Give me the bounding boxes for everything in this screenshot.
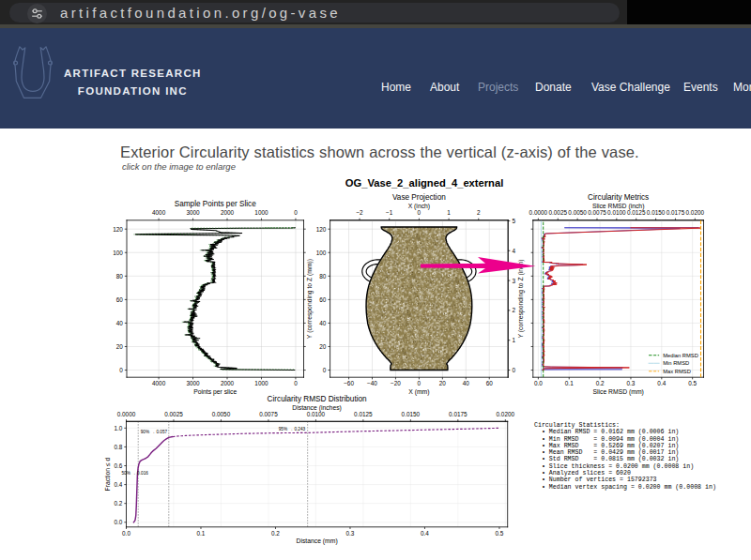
svg-text:0.8: 0.8 xyxy=(114,444,122,450)
svg-text:100: 100 xyxy=(316,250,327,256)
svg-text:60: 60 xyxy=(319,296,327,303)
svg-text:0.0125: 0.0125 xyxy=(627,209,646,216)
svg-text:0.5: 0.5 xyxy=(688,380,697,386)
svg-text:4000: 4000 xyxy=(152,380,166,386)
svg-text:0.0: 0.0 xyxy=(114,519,122,525)
svg-text:−20: −20 xyxy=(391,380,401,386)
svg-text:40: 40 xyxy=(463,380,470,386)
svg-text:2: 2 xyxy=(477,209,481,216)
svg-text:0.3: 0.3 xyxy=(627,380,636,386)
svg-text:0.4: 0.4 xyxy=(421,530,429,537)
svg-text:60: 60 xyxy=(116,296,124,303)
svg-text:Sample Points per Slice: Sample Points per Slice xyxy=(175,200,256,208)
svg-text:0.1: 0.1 xyxy=(197,530,206,537)
svg-text:0: 0 xyxy=(119,367,123,373)
svg-text:Min RMSD: Min RMSD xyxy=(663,360,689,366)
svg-text:60: 60 xyxy=(486,380,494,386)
svg-text:• Min RMSD = 0.0094 mm (0.0: • Min RMSD = 0.0094 mm (0.0004 in) xyxy=(534,436,679,443)
svg-text:120: 120 xyxy=(316,226,327,233)
svg-text:2000: 2000 xyxy=(221,380,235,386)
svg-text:0.0125: 0.0125 xyxy=(354,411,373,417)
svg-text:Y (corresponding to Z (mm)): Y (corresponding to Z (mm)) xyxy=(306,259,314,339)
svg-text:3000: 3000 xyxy=(186,209,200,216)
svg-text:2000: 2000 xyxy=(221,209,235,216)
svg-text:40: 40 xyxy=(319,320,327,326)
svg-text:• Number of vertices = 1579237: • Number of vertices = 15792373 xyxy=(534,477,657,483)
svg-text:0.0050: 0.0050 xyxy=(568,209,587,216)
svg-text:Circularity Statistics:: Circularity Statistics: xyxy=(534,422,620,429)
svg-text:Fraction ≤ d: Fraction ≤ d xyxy=(104,457,111,491)
svg-text:0.1: 0.1 xyxy=(565,380,574,386)
svg-text:0.2: 0.2 xyxy=(114,500,122,507)
svg-text:Max RMSD: Max RMSD xyxy=(663,369,691,374)
svg-text:Distance (mm): Distance (mm) xyxy=(297,537,338,545)
svg-text:90% → 0.057: 90% → 0.057 xyxy=(141,430,168,434)
svg-text:0.4: 0.4 xyxy=(657,380,666,386)
svg-text:Distance (inches): Distance (inches) xyxy=(292,404,342,412)
svg-text:0.0175: 0.0175 xyxy=(449,411,467,417)
svg-text:0.6: 0.6 xyxy=(114,462,122,469)
svg-text:95% → 0.243: 95% → 0.243 xyxy=(279,427,306,431)
svg-text:0.0025: 0.0025 xyxy=(548,209,567,216)
svg-text:80: 80 xyxy=(319,273,327,280)
svg-text:0.0000: 0.0000 xyxy=(529,209,548,216)
svg-text:• Median vertex spacing = 0.02: • Median vertex spacing = 0.0200 mm (0.0… xyxy=(534,484,716,491)
svg-text:120: 120 xyxy=(113,226,123,233)
svg-text:0.0050: 0.0050 xyxy=(212,411,231,417)
svg-text:0.2: 0.2 xyxy=(596,380,605,386)
svg-text:0.5: 0.5 xyxy=(496,530,504,537)
svg-text:−2: −2 xyxy=(356,209,363,216)
svg-text:1.0: 1.0 xyxy=(114,425,122,431)
svg-text:Median RMSD: Median RMSD xyxy=(663,353,698,358)
svg-text:2: 2 xyxy=(512,307,515,313)
svg-text:0.0200: 0.0200 xyxy=(497,411,515,417)
svg-text:0.0100: 0.0100 xyxy=(307,411,326,417)
svg-text:Points per slice: Points per slice xyxy=(193,388,237,396)
svg-text:40: 40 xyxy=(116,320,124,326)
svg-text:50% → 0.016: 50% → 0.016 xyxy=(121,471,148,476)
svg-text:0.4: 0.4 xyxy=(114,481,122,488)
svg-text:OG_Vase_2_aligned_4_external: OG_Vase_2_aligned_4_external xyxy=(345,177,504,189)
svg-text:4: 4 xyxy=(512,248,515,254)
svg-text:• Analyzed slices = 6020: • Analyzed slices = 6020 xyxy=(534,470,631,477)
svg-text:1: 1 xyxy=(447,209,451,216)
svg-text:0.0100: 0.0100 xyxy=(607,209,626,216)
svg-text:0.0200: 0.0200 xyxy=(686,209,705,216)
svg-text:0.0: 0.0 xyxy=(534,380,543,386)
svg-text:0.0075: 0.0075 xyxy=(588,209,606,216)
svg-text:Vase Projection: Vase Projection xyxy=(392,193,446,202)
svg-text:20: 20 xyxy=(116,343,124,350)
svg-text:3000: 3000 xyxy=(186,380,200,386)
svg-text:20: 20 xyxy=(439,380,447,386)
svg-text:0.0075: 0.0075 xyxy=(259,411,278,417)
svg-text:3: 3 xyxy=(512,278,515,284)
svg-text:1000: 1000 xyxy=(254,380,268,386)
svg-text:0.0150: 0.0150 xyxy=(402,411,421,417)
svg-text:• Max RMSD = 0.5269 mm (0.0: • Max RMSD = 0.5269 mm (0.0207 in) xyxy=(534,443,679,449)
svg-text:0.0025: 0.0025 xyxy=(164,411,183,417)
svg-text:0.0000: 0.0000 xyxy=(117,411,136,417)
svg-text:80: 80 xyxy=(116,273,124,280)
svg-text:X (inch): X (inch) xyxy=(408,203,430,210)
svg-text:X (mm): X (mm) xyxy=(408,388,429,396)
svg-text:20: 20 xyxy=(319,343,327,350)
svg-text:0.2: 0.2 xyxy=(271,530,280,537)
svg-text:0: 0 xyxy=(418,380,421,386)
svg-text:−60: −60 xyxy=(344,380,354,386)
svg-text:0.3: 0.3 xyxy=(346,530,355,537)
svg-text:• Mean RMSD = 0.0429 mm (0.0: • Mean RMSD = 0.0429 mm (0.0017 in) xyxy=(534,449,679,456)
svg-text:• Slice thickness = 0.0200 mm: • Slice thickness = 0.0200 mm (0.0008 in… xyxy=(534,463,694,470)
svg-text:100: 100 xyxy=(113,250,123,256)
svg-text:0: 0 xyxy=(512,367,515,373)
svg-text:0: 0 xyxy=(294,380,298,386)
svg-text:• Std RMSD = 0.0815 mm (0.0: • Std RMSD = 0.0815 mm (0.0032 in) xyxy=(534,456,679,462)
svg-text:Circularity RMSD Distribution: Circularity RMSD Distribution xyxy=(268,395,367,403)
svg-text:0.0150: 0.0150 xyxy=(647,209,666,216)
svg-text:Slice RMSD (inch): Slice RMSD (inch) xyxy=(592,203,645,210)
svg-text:1000: 1000 xyxy=(254,209,268,216)
svg-text:−1: −1 xyxy=(386,209,393,216)
svg-text:0: 0 xyxy=(294,209,298,216)
svg-text:Circularity Metrics: Circularity Metrics xyxy=(588,193,649,202)
svg-text:0.0175: 0.0175 xyxy=(667,209,685,216)
svg-text:0.0: 0.0 xyxy=(122,530,130,537)
